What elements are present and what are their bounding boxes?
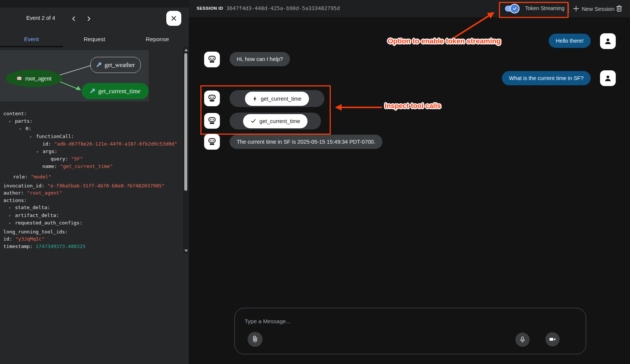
wrench-icon [96,62,102,68]
user-avatar [600,70,616,86]
microphone-button[interactable] [515,333,530,347]
app-window: Event 2 of 4 Event Request Reponse [0,0,630,364]
graph-node-root-agent: root_agent [6,70,62,87]
json-line: ▾requested_auth_configs: [3,219,182,227]
json-line: ▾0: [3,125,182,133]
json-line: role:"model" [3,173,182,181]
close-icon [171,15,177,21]
scroll-up-arrow-icon[interactable] [184,49,188,51]
annotation-box-tool-calls [200,85,331,135]
wrench-icon [90,88,96,94]
json-line: actions: [3,197,182,204]
graph-node-get-current-time: get_current_time [82,83,149,99]
bot-message-bubble: The current time in SF is 2025-05-15 15:… [230,135,382,149]
videocam-icon [549,336,556,343]
chevron-right-icon [86,16,92,22]
expand-marker-icon[interactable]: ▾ [9,204,15,212]
expand-marker-icon[interactable]: ▾ [9,212,15,220]
chevron-left-icon [71,16,77,22]
session-id-value: 3647f4d3-448d-425a-b90d-5a333482795d [226,5,340,11]
scroll-down-arrow-icon[interactable] [184,250,188,252]
json-line: ▾parts: [3,117,182,125]
token-streaming-label: Token Streaming [525,5,564,11]
close-panel-button[interactable] [166,11,181,26]
json-line: id:"adk-d67f8e26-121e-44f0-a187-6fb2d9c5… [3,140,182,148]
graph-node-label: root_agent [25,75,52,82]
session-id-label: SESSION ID [197,6,223,10]
bot-avatar [204,52,220,67]
tab-request[interactable]: Request [63,32,126,46]
expand-marker-icon[interactable]: ▾ [30,133,36,141]
tab-response[interactable]: Reponse [126,32,189,46]
person-icon [603,37,612,46]
message-input-box [234,308,586,354]
user-avatar [600,33,616,49]
paperclip-icon [251,335,259,343]
graph-node-get-weather: get_weather [90,57,141,73]
check-icon [512,6,517,11]
person-icon [603,74,612,83]
bot-message-bubble: Hi, how can I help? [230,52,290,66]
json-line: content: [3,110,182,117]
session-topbar: SESSION ID 3647f4d3-448d-425a-b90d-5a333… [189,0,630,17]
event-json-tree: content: ▾parts: ▾0: ▾functionCall: id:"… [3,110,182,250]
scrollbar-thumb[interactable] [184,53,187,191]
topbar-divider [569,4,569,13]
json-line: ▾state_delta: [3,204,182,212]
attach-file-button[interactable] [248,332,263,347]
video-button[interactable] [545,332,560,346]
panel-scrollbar[interactable] [183,47,188,254]
event-inspector-panel: Event 2 of 4 Event Request Reponse [0,7,189,364]
user-message-bubble: Hello there! [549,34,591,48]
new-session-button[interactable]: New Session [573,4,615,13]
graph-node-label: get_current_time [98,88,140,95]
json-line: id:"y3JqMqIc" [3,235,182,243]
plus-icon [573,6,579,12]
event-counter: Event 2 of 4 [26,15,55,21]
microphone-icon [519,336,526,343]
json-line: long_running_tool_ids: [3,228,182,236]
json-line: ▾args: [3,148,182,156]
active-tab-indicator [0,46,63,47]
tab-event[interactable]: Event [0,32,63,46]
expand-marker-icon[interactable]: ▾ [9,220,15,227]
json-line: ▾artifact_delta: [3,212,182,220]
delete-session-button[interactable] [614,4,624,13]
annotation-token-streaming: Option to enable token streaming [388,37,501,45]
expand-marker-icon[interactable]: ▾ [19,125,25,133]
next-event-button[interactable] [84,13,94,24]
previous-event-button[interactable] [69,13,79,24]
annotation-inspect-tools: Inspect tool calls [385,102,441,110]
bot-avatar [204,134,220,150]
json-line: invocation_id:"e-f96a5bab-31ff-4b70-b8e8… [3,182,182,190]
event-pagination-header: Event 2 of 4 [0,7,189,32]
robot-icon [207,55,217,64]
token-streaming-toggle[interactable] [505,6,518,12]
json-line: name:"get_current_time" [3,163,182,170]
panel-top-strip [0,0,189,7]
panel-tabs: Event Request Reponse [0,32,189,46]
expand-marker-icon[interactable]: ▾ [9,118,15,125]
expand-marker-icon[interactable]: ▾ [36,148,43,156]
robot-icon [207,137,217,147]
message-input[interactable] [244,315,508,327]
new-session-label: New Session [582,6,615,12]
json-line: timestamp:1747349373.488325 [3,243,182,250]
toggle-thumb [510,4,520,13]
json-line: ▾functionCall: [3,133,182,141]
json-line: query:"SF" [3,155,182,163]
json-line: author:"root_agent" [3,189,182,197]
graph-node-label: get_weather [105,61,135,69]
agent-graph: get_weather root_agent get_current_time [0,50,149,101]
robot-icon [16,75,22,82]
user-message-bubble: What is the current time in SF? [502,71,591,85]
trash-icon [615,4,623,13]
